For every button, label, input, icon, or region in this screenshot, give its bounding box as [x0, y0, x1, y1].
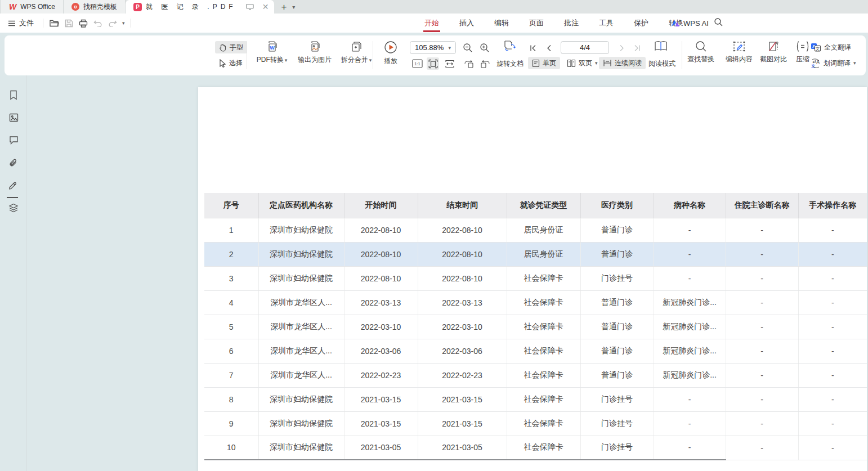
rotate-left-button[interactable] [463, 57, 475, 70]
attachments-panel-button[interactable] [7, 156, 20, 169]
table-cell: 新冠肺炎门诊... [654, 363, 726, 387]
word-translate-button[interactable]: ⇄文A 划词翻译 ▾ [811, 57, 856, 69]
table-row[interactable]: 8深圳市妇幼保健院2021-03-152021-03-15社会保障卡门诊挂号--… [204, 387, 867, 411]
table-row[interactable]: 4深圳市龙华区人...2022-03-132022-03-13社会保障卡普通门诊… [204, 290, 867, 315]
rotate-right-button[interactable] [478, 57, 491, 70]
table-row[interactable]: 3深圳市妇幼保健院2022-08-102022-08-10社会保障卡门诊挂号--… [204, 266, 867, 290]
table-cell: 居民身份证 [507, 242, 580, 266]
redo-button[interactable] [105, 16, 120, 30]
double-page-label: 双页 [579, 59, 592, 68]
table-cell: 2022-08-10 [344, 218, 418, 242]
fit-page-button[interactable] [427, 57, 439, 70]
rotate-document-label[interactable]: 旋转文档 [496, 59, 524, 69]
table-row[interactable]: 5深圳市龙华区人...2022-03-102022-03-10社会保障卡普通门诊… [204, 315, 867, 339]
share-screen-icon[interactable] [246, 3, 254, 10]
continuous-reading-icon [603, 59, 612, 67]
continuous-reading-button[interactable]: 连续阅读 [599, 57, 646, 69]
file-menu-button[interactable]: 文件 [0, 18, 39, 28]
split-merge-button[interactable]: 拆分合并▾ [332, 41, 381, 65]
pdf-convert-button[interactable]: W PDF转换▾ [248, 41, 296, 65]
tab-wps-office[interactable]: W WPS Office [1, 0, 64, 14]
menu-tab-0[interactable]: 开始 [414, 14, 449, 33]
table-cell: 8 [204, 387, 258, 411]
zoom-in-button[interactable] [478, 42, 491, 54]
column-header: 就诊凭证类型 [507, 193, 580, 218]
menu-tab-5[interactable]: 工具 [589, 14, 624, 33]
table-cell: - [726, 436, 798, 460]
table-cell: 深圳市妇幼保健院 [258, 436, 344, 460]
table-cell: 新冠肺炎门诊... [654, 315, 726, 339]
zoom-level-value: 105.88% [415, 43, 444, 52]
comment-icon [9, 136, 19, 145]
comments-panel-button[interactable] [7, 134, 20, 146]
screenshot-compare-label: 截图对比 [760, 55, 787, 64]
layers-panel-button[interactable] [7, 201, 20, 214]
actual-size-button[interactable]: 1:1 [411, 57, 423, 70]
document-workspace: 序号定点医药机构名称开始时间结束时间就诊凭证类型医疗类别病种名称住院主诊断名称手… [0, 75, 868, 471]
bookmarks-panel-button[interactable] [7, 89, 20, 101]
table-row[interactable]: 6深圳市龙华区人...2022-03-062022-03-06社会保障卡普通门诊… [204, 339, 867, 363]
fit-width-button[interactable] [444, 57, 456, 70]
new-tab-button[interactable]: + [281, 2, 287, 12]
tab-docer-templates[interactable]: ʋ 找稻壳模板 [64, 0, 126, 14]
table-cell: 深圳市妇幼保健院 [258, 242, 344, 266]
zoom-out-button[interactable] [462, 42, 474, 54]
table-cell: - [798, 315, 867, 339]
pdf-page[interactable]: 序号定点医药机构名称开始时间结束时间就诊凭证类型医疗类别病种名称住院主诊断名称手… [198, 87, 867, 471]
table-row[interactable]: 2深圳市妇幼保健院2022-08-102022-08-10居民身份证普通门诊--… [204, 242, 867, 266]
read-mode-label[interactable]: 阅读模式 [648, 59, 675, 69]
print-button[interactable] [76, 16, 91, 30]
menu-tab-2[interactable]: 编辑 [484, 14, 519, 33]
table-cell: 2022-03-13 [344, 290, 418, 315]
table-cell: - [726, 242, 798, 266]
pdf-toolbar: 手型 选择 W PDF转换▾ 输出为图片 拆分合并▾ 播放 105.88% ▾ … [5, 35, 866, 75]
read-mode-button-icon[interactable] [653, 40, 669, 52]
table-cell: 2021-03-15 [344, 387, 418, 411]
double-page-button[interactable]: 双页 ▾ [563, 57, 602, 69]
column-header: 住院主诊断名称 [726, 193, 798, 218]
table-cell: 社会保障卡 [507, 339, 580, 363]
table-cell: - [798, 242, 867, 266]
tab-document-pdf[interactable]: P 就 医 记 录 .PDF ✕ [126, 0, 274, 14]
zoom-level-dropdown[interactable]: 105.88% ▾ [410, 41, 456, 54]
undo-history-chevron-icon[interactable]: ▾ [122, 20, 125, 26]
single-page-button[interactable]: 单页 [528, 57, 560, 69]
undo-button[interactable] [91, 16, 105, 30]
table-cell: - [798, 363, 867, 387]
first-page-button[interactable] [527, 42, 539, 54]
table-cell: 深圳市龙华区人... [258, 290, 344, 315]
last-page-button[interactable] [630, 42, 643, 54]
medical-records-table: 序号定点医药机构名称开始时间结束时间就诊凭证类型医疗类别病种名称住院主诊断名称手… [204, 193, 867, 460]
next-page-button[interactable] [616, 42, 628, 54]
open-file-button[interactable] [47, 16, 61, 30]
table-cell: 9 [204, 411, 258, 436]
menu-search-button[interactable] [714, 17, 723, 27]
table-cell: 居民身份证 [507, 218, 580, 242]
table-cell: 门诊挂号 [580, 436, 654, 460]
signature-panel-button[interactable] [7, 179, 20, 191]
hand-tool-button[interactable]: 手型 [215, 41, 247, 53]
menu-tab-3[interactable]: 页面 [519, 14, 554, 33]
chevron-down-icon: ▾ [448, 45, 451, 51]
thumbnails-panel-button[interactable] [7, 111, 20, 124]
table-row[interactable]: 9深圳市妇幼保健院2021-03-152021-03-15社会保障卡门诊挂号--… [204, 411, 867, 436]
wps-ai-button[interactable]: WPS AI [671, 14, 709, 33]
full-translate-button[interactable]: A文 全文翻译 [811, 41, 851, 53]
close-tab-icon[interactable]: ✕ [262, 2, 269, 11]
pdf-file-icon: P [133, 3, 142, 11]
divider [131, 19, 131, 28]
rotate-document-button-icon[interactable] [502, 40, 518, 52]
select-tool-button[interactable]: 选择 [215, 57, 247, 69]
tab-list-chevron-icon[interactable]: ▾ [292, 4, 295, 10]
play-button[interactable]: 播放 [378, 41, 404, 66]
table-cell: - [798, 290, 867, 315]
table-row[interactable]: 10深圳市妇幼保健院2021-03-052021-03-05社会保障卡门诊挂号-… [204, 436, 867, 460]
page-number-input[interactable]: 4/4 [561, 41, 609, 54]
menu-tab-4[interactable]: 批注 [554, 14, 589, 33]
previous-page-button[interactable] [543, 42, 555, 54]
menu-tab-1[interactable]: 插入 [449, 14, 484, 33]
table-row[interactable]: 7深圳市龙华区人...2022-02-232022-02-23社会保障卡普通门诊… [204, 363, 867, 387]
table-row[interactable]: 1深圳市妇幼保健院2022-08-102022-08-10居民身份证普通门诊--… [204, 218, 867, 242]
save-button[interactable] [61, 16, 76, 30]
menu-tab-6[interactable]: 保护 [624, 14, 659, 33]
